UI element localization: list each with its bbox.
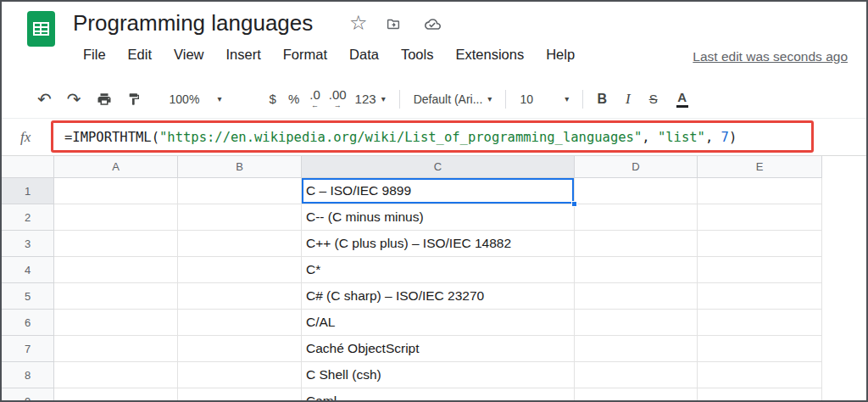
sheets-logo-icon[interactable]: [27, 11, 55, 47]
star-icon[interactable]: ☆: [349, 13, 368, 33]
row-header-9[interactable]: 9: [2, 388, 54, 402]
cell-A9[interactable]: [54, 388, 178, 402]
row-header-1[interactable]: 1: [2, 178, 54, 204]
spreadsheet-grid: A B C D E 1C – ISO/IEC 98992C-- (C minus…: [2, 156, 866, 402]
cell-D4[interactable]: [575, 257, 698, 283]
print-icon[interactable]: [97, 87, 112, 112]
cell-E6[interactable]: [698, 310, 822, 336]
grid-row-7: 7Caché ObjectScript: [2, 336, 866, 362]
cell-A8[interactable]: [54, 362, 178, 388]
menu-tools[interactable]: Tools: [401, 47, 434, 63]
cell-A7[interactable]: [54, 336, 178, 362]
menu-insert[interactable]: Insert: [226, 47, 261, 63]
cell-E1[interactable]: [698, 178, 822, 204]
cell-D7[interactable]: [575, 336, 698, 362]
cell-B3[interactable]: [178, 231, 302, 257]
row-header-8[interactable]: 8: [2, 362, 54, 388]
document-title[interactable]: Programming languages: [73, 10, 313, 36]
increase-decimal-button[interactable]: .00 →: [329, 87, 347, 112]
column-header-D[interactable]: D: [575, 156, 698, 178]
redo-icon[interactable]: ↷: [67, 87, 81, 112]
cell-C9[interactable]: Caml: [302, 388, 575, 402]
column-header-A[interactable]: A: [54, 156, 178, 178]
undo-icon[interactable]: ↶: [37, 87, 52, 112]
cell-C7[interactable]: Caché ObjectScript: [302, 336, 575, 362]
cell-B7[interactable]: [178, 336, 302, 362]
row-header-3[interactable]: 3: [2, 231, 54, 257]
row-header-7[interactable]: 7: [2, 336, 54, 362]
row-header-4[interactable]: 4: [2, 257, 54, 283]
cell-E3[interactable]: [698, 231, 822, 257]
cell-D2[interactable]: [575, 204, 698, 231]
menu-view[interactable]: View: [174, 47, 203, 63]
zoom-select[interactable]: 100% ▾: [170, 87, 222, 112]
cell-D1[interactable]: [575, 178, 698, 204]
row-header-5[interactable]: 5: [2, 283, 54, 310]
formula-input[interactable]: =IMPORTHTML("https://en.wikipedia.org/wi…: [64, 130, 737, 145]
cell-D3[interactable]: [575, 231, 698, 257]
cell-A3[interactable]: [54, 231, 178, 257]
cell-B9[interactable]: [178, 388, 302, 402]
paint-format-icon[interactable]: [127, 87, 141, 112]
chevron-down-icon: ▾: [565, 94, 569, 103]
cell-D8[interactable]: [575, 362, 698, 388]
format-percent-button[interactable]: %: [288, 87, 299, 112]
cell-C8[interactable]: C Shell (csh): [302, 362, 575, 388]
row-header-2[interactable]: 2: [2, 204, 54, 231]
format-currency-button[interactable]: $: [270, 87, 276, 112]
decrease-decimal-button[interactable]: .0 ←: [309, 87, 320, 112]
cell-C1[interactable]: C – ISO/IEC 9899: [302, 178, 575, 204]
cell-C2[interactable]: C-- (C minus minus): [302, 204, 575, 231]
cell-D9[interactable]: [575, 388, 698, 402]
cell-B5[interactable]: [178, 283, 302, 310]
fill-handle[interactable]: [571, 201, 577, 207]
text-color-button[interactable]: A: [676, 87, 688, 112]
cell-A6[interactable]: [54, 310, 178, 336]
cell-A1[interactable]: [54, 178, 178, 204]
cell-C4[interactable]: C*: [302, 257, 575, 283]
cell-D5[interactable]: [575, 283, 698, 310]
cell-D6[interactable]: [575, 310, 698, 336]
last-edit-link[interactable]: Last edit was seconds ago: [693, 49, 848, 64]
menu-edit[interactable]: Edit: [128, 47, 152, 63]
cell-B6[interactable]: [178, 310, 302, 336]
cell-B1[interactable]: [178, 178, 302, 204]
cell-A2[interactable]: [54, 204, 178, 231]
more-formats-button[interactable]: 123 ▾: [355, 87, 386, 112]
cell-B2[interactable]: [178, 204, 302, 231]
cell-C6[interactable]: C/AL: [302, 310, 575, 336]
menu-file[interactable]: File: [83, 47, 106, 63]
cell-C3[interactable]: C++ (C plus plus) – ISO/IEC 14882: [302, 231, 575, 257]
column-header-E[interactable]: E: [698, 156, 822, 178]
column-header-C[interactable]: C: [302, 156, 575, 178]
strikethrough-button[interactable]: S: [649, 87, 658, 112]
italic-button[interactable]: I: [626, 87, 631, 112]
cell-E8[interactable]: [698, 362, 822, 388]
cell-C5[interactable]: C# (C sharp) – ISO/IEC 23270: [302, 283, 575, 310]
menu-data[interactable]: Data: [349, 47, 379, 63]
row-header-6[interactable]: 6: [2, 310, 54, 336]
cell-E9[interactable]: [698, 388, 822, 402]
column-header-row: A B C D E: [2, 156, 866, 178]
move-to-folder-icon[interactable]: [385, 17, 402, 35]
menu-help[interactable]: Help: [546, 47, 575, 63]
font-size-select[interactable]: 10 ▾: [520, 87, 569, 112]
cell-E5[interactable]: [698, 283, 822, 310]
column-header-B[interactable]: B: [178, 156, 302, 178]
select-all-corner[interactable]: [2, 156, 54, 178]
grid-row-2: 2C-- (C minus minus): [2, 204, 866, 231]
menu-format[interactable]: Format: [283, 47, 327, 63]
cell-B4[interactable]: [178, 257, 302, 283]
cell-E4[interactable]: [698, 257, 822, 283]
grid-row-6: 6C/AL: [2, 310, 866, 336]
cell-A5[interactable]: [54, 283, 178, 310]
font-select[interactable]: Default (Ari... ▾: [414, 87, 492, 112]
bold-button[interactable]: B: [597, 87, 607, 112]
cell-B8[interactable]: [178, 362, 302, 388]
cell-E2[interactable]: [698, 204, 822, 231]
cell-E7[interactable]: [698, 336, 822, 362]
menu-extensions[interactable]: Extensions: [455, 47, 524, 63]
cloud-status-icon[interactable]: [422, 16, 443, 36]
cell-A4[interactable]: [54, 257, 178, 283]
sheets-logo-grid-icon: [33, 22, 49, 36]
